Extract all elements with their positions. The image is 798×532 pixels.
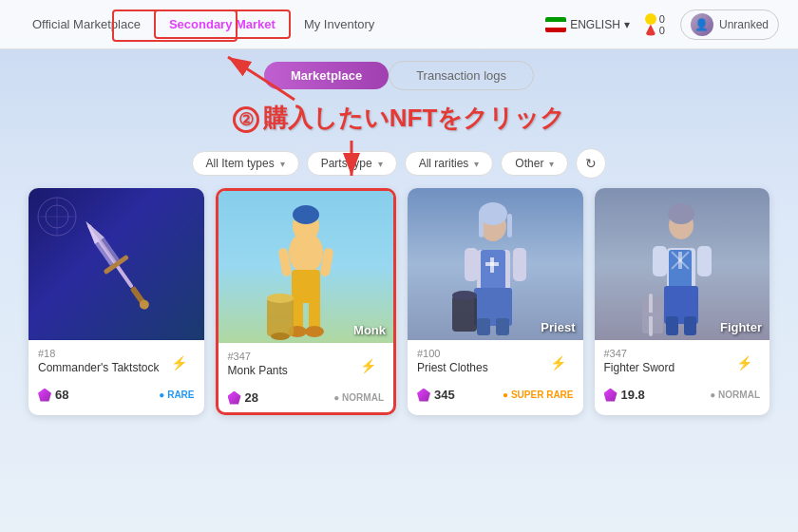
step-number: ② — [233, 106, 259, 133]
lang-flag — [545, 17, 566, 32]
gold-coin-icon — [645, 13, 656, 25]
header-nav: Official Marketplace Secondary Market My… — [19, 10, 545, 39]
char-label-priest: Priest — [541, 320, 575, 334]
card-priest-clothes[interactable]: Priest #100 ⚡ Priest Clothes 345 ● SUPER… — [408, 188, 583, 415]
card-commanders-taktstock[interactable]: #18 ⚡ Commander's Taktstock 68 ● RARE — [28, 188, 204, 415]
card-image-monk: Monk — [218, 191, 394, 343]
coin-display: 0 0 — [645, 13, 665, 36]
instruction-label: 購入したいNFTをクリック — [263, 104, 566, 132]
char-label-fighter: Fighter — [720, 320, 762, 334]
nav-official-marketplace[interactable]: Official Marketplace — [19, 11, 154, 37]
svg-rect-51 — [642, 313, 659, 316]
card-price-priest: 345 — [417, 388, 455, 402]
svg-point-41 — [668, 203, 694, 224]
card-price: 68 — [38, 388, 68, 402]
card-footer: 68 ● RARE — [28, 388, 204, 409]
price-value: 68 — [55, 388, 68, 402]
bg-pattern — [33, 193, 81, 240]
svg-rect-28 — [507, 214, 512, 238]
rarity-badge: ● RARE — [159, 390, 194, 400]
header: Official Marketplace Secondary Market My… — [0, 0, 798, 49]
filter-bar: All Item types Parts type All rarities O… — [0, 142, 798, 188]
card-info-monk: #347 ⚡ Monk Pants — [218, 343, 394, 390]
svg-rect-34 — [496, 318, 509, 335]
svg-point-13 — [293, 205, 319, 224]
filter-item-types[interactable]: All Item types — [192, 151, 299, 176]
svg-rect-31 — [513, 248, 526, 281]
tab-area: Marketplace Transaction logs — [0, 49, 798, 98]
filter-rarities[interactable]: All rarities — [405, 151, 494, 176]
rarity-badge-monk: ● NORMAL — [333, 392, 384, 403]
rarity-badge-priest: ● SUPER RARE — [503, 390, 573, 400]
card-image-sword — [28, 188, 204, 340]
gem-icon-monk — [228, 391, 241, 405]
fighter-character — [640, 193, 724, 340]
red-coin-icon — [645, 25, 656, 36]
gem-icon-fighter — [604, 389, 618, 402]
nav-my-inventory[interactable]: My Inventory — [291, 11, 388, 37]
cards-area: #18 ⚡ Commander's Taktstock 68 ● RARE — [0, 188, 798, 415]
svg-rect-30 — [465, 248, 478, 281]
tab-marketplace[interactable]: Marketplace — [264, 62, 389, 89]
svg-rect-21 — [267, 298, 294, 336]
lightning-icon-priest: ⚡ — [550, 355, 566, 370]
svg-rect-16 — [292, 270, 320, 303]
card-fighter-sword[interactable]: Fighter #347 ⚡ Fighter Sword 19.8 ● NORM… — [595, 188, 770, 415]
svg-rect-47 — [684, 316, 696, 335]
svg-point-22 — [267, 294, 294, 303]
language-selector[interactable]: ENGLISH ▾ — [545, 17, 630, 32]
instruction-text: ②購入したいNFTをクリック — [0, 98, 798, 142]
svg-rect-43 — [653, 246, 667, 276]
card-price-monk: 28 — [228, 390, 258, 405]
refresh-button[interactable]: ↻ — [576, 148, 606, 179]
gold-amount: 0 — [659, 13, 665, 25]
svg-rect-44 — [697, 246, 712, 276]
filter-parts-type[interactable]: Parts type — [307, 151, 397, 176]
card-info-priest: #100 ⚡ Priest Clothes — [408, 340, 583, 388]
nav-secondary-market[interactable]: Secondary Market — [154, 10, 291, 39]
card-info-fighter: #347 ⚡ Fighter Sword — [595, 340, 770, 388]
lang-label: ENGLISH — [570, 18, 620, 31]
svg-marker-6 — [86, 218, 120, 263]
card-info: #18 ⚡ Commander's Taktstock — [28, 340, 204, 388]
rarity-badge-fighter: ● NORMAL — [710, 390, 760, 400]
card-image-priest: Priest — [408, 188, 583, 340]
user-rank-label: Unranked — [719, 18, 769, 31]
svg-point-20 — [305, 326, 324, 337]
svg-rect-27 — [479, 214, 484, 238]
lightning-icon: ⚡ — [171, 355, 187, 370]
chevron-down-icon: ▾ — [624, 18, 630, 31]
card-footer-fighter: 19.8 ● NORMAL — [595, 388, 770, 409]
lightning-icon-monk: ⚡ — [360, 358, 376, 373]
card-monk-pants[interactable]: Monk #347 ⚡ Monk Pants 28 ● NORMAL — [216, 188, 397, 415]
monk-character — [263, 196, 349, 343]
card-image-fighter: Fighter — [595, 188, 770, 340]
svg-marker-5 — [82, 221, 115, 266]
card-footer-monk: 28 ● NORMAL — [218, 390, 394, 412]
svg-point-23 — [271, 332, 290, 340]
price-value-monk: 28 — [245, 390, 258, 405]
lightning-icon-fighter: ⚡ — [736, 355, 752, 370]
svg-rect-35 — [452, 295, 477, 332]
svg-rect-33 — [477, 318, 490, 335]
user-badge[interactable]: 👤 Unranked — [680, 10, 779, 40]
price-value-fighter: 19.8 — [621, 388, 645, 402]
char-label-monk: Monk — [353, 323, 386, 337]
card-footer-priest: 345 ● SUPER RARE — [408, 388, 583, 409]
priest-character — [450, 193, 541, 340]
filter-other[interactable]: Other — [501, 151, 568, 176]
header-right: ENGLISH ▾ 0 0 👤 Unranked — [545, 10, 779, 40]
svg-rect-46 — [666, 316, 678, 335]
gem-icon — [38, 389, 51, 402]
price-value-priest: 345 — [434, 388, 455, 402]
gem-icon-priest — [417, 389, 430, 402]
svg-point-36 — [452, 291, 477, 300]
avatar: 👤 — [691, 13, 713, 36]
red-amount: 0 — [659, 25, 665, 36]
svg-rect-38 — [485, 262, 499, 266]
tab-transaction-logs[interactable]: Transaction logs — [389, 61, 534, 90]
card-price-fighter: 19.8 — [604, 388, 645, 402]
